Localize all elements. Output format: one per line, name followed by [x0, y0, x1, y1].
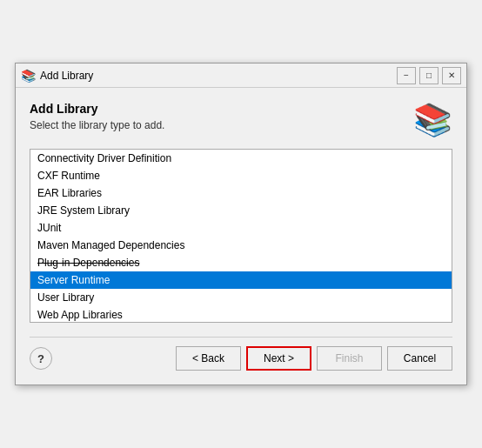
finish-button[interactable]: Finish	[317, 346, 382, 371]
close-button[interactable]: ✕	[442, 67, 461, 84]
list-item[interactable]: JUnit	[30, 219, 452, 237]
add-library-dialog: 📚 Add Library − □ ✕ Add Library Select t…	[15, 63, 467, 385]
list-item[interactable]: Connectivity Driver Definition	[30, 150, 452, 167]
btn-right-group: < Back Next > Finish Cancel	[176, 346, 452, 371]
section-header: Add Library Select the library type to a…	[30, 102, 452, 138]
titlebar: 📚 Add Library − □ ✕	[16, 64, 466, 88]
dialog-content: Add Library Select the library type to a…	[16, 88, 466, 384]
title-group: Add Library Select the library type to a…	[30, 102, 405, 131]
list-item[interactable]: JRE System Library	[30, 202, 452, 219]
titlebar-controls: − □ ✕	[397, 67, 461, 84]
maximize-button[interactable]: □	[419, 67, 438, 84]
minimize-button[interactable]: −	[397, 67, 416, 84]
button-bar: ? < Back Next > Finish Cancel	[30, 337, 452, 371]
header-icon: 📚	[413, 102, 452, 138]
next-button[interactable]: Next >	[246, 346, 311, 371]
help-button[interactable]: ?	[30, 347, 52, 370]
btn-left-group: ?	[30, 347, 52, 370]
dialog-title: Add Library	[30, 102, 405, 116]
list-item[interactable]: EAR Libraries	[30, 184, 452, 202]
list-item[interactable]: Plug-in Dependencies	[30, 254, 452, 271]
back-button[interactable]: < Back	[176, 346, 241, 371]
list-item[interactable]: Web App Libraries	[30, 306, 452, 323]
list-item[interactable]: Server Runtime	[30, 271, 452, 289]
list-item[interactable]: User Library	[30, 289, 452, 306]
list-item[interactable]: Maven Managed Dependencies	[30, 237, 452, 254]
window-title: Add Library	[40, 70, 397, 82]
window-icon: 📚	[21, 69, 35, 83]
library-list[interactable]: Connectivity Driver DefinitionCXF Runtim…	[30, 149, 452, 323]
list-item[interactable]: CXF Runtime	[30, 167, 452, 184]
cancel-button[interactable]: Cancel	[387, 346, 452, 371]
dialog-subtitle: Select the library type to add.	[30, 119, 405, 131]
